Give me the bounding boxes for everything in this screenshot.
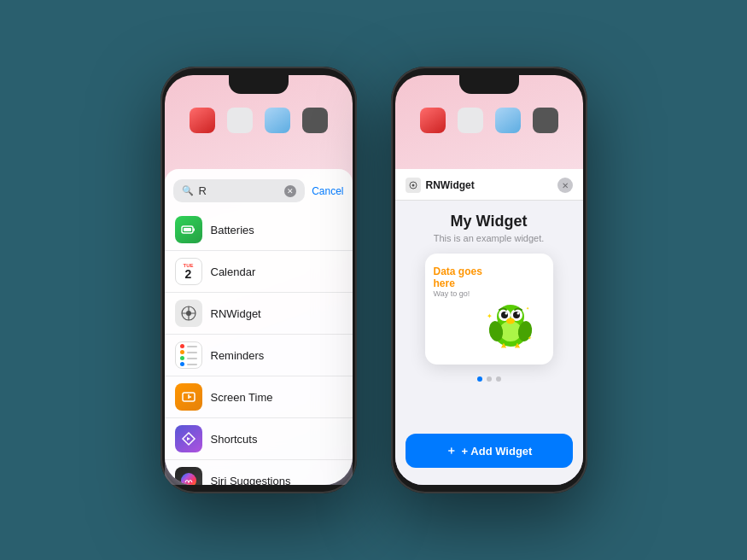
search-clear-button[interactable]: ✕ <box>284 185 296 197</box>
siri-label: Siri Suggestions <box>211 475 291 486</box>
add-widget-label: + Add Widget <box>462 445 533 458</box>
widget-panel: RNWidget ✕ My Widget This is an example … <box>395 169 583 485</box>
owl-illustration: ✦ ✦ ✦ <box>485 301 545 353</box>
widget-card-content: Data goeshere Way to go! <box>425 257 553 362</box>
right-home-icon-4 <box>533 108 558 133</box>
batteries-icon <box>175 216 202 243</box>
svg-point-12 <box>411 184 414 187</box>
list-item[interactable]: RNWidget <box>165 293 353 335</box>
right-home-icon-2 <box>458 108 483 133</box>
right-home-icon-3 <box>495 108 521 133</box>
dot-2 <box>487 376 492 382</box>
list-item[interactable]: Siri Suggestions <box>165 460 353 485</box>
screentime-icon <box>175 383 202 411</box>
search-field[interactable]: 🔍 R ✕ <box>173 179 306 202</box>
widget-heading: My Widget <box>451 213 528 230</box>
notch-right <box>459 75 519 94</box>
screentime-label: Screen Time <box>211 391 273 404</box>
search-sheet: 🔍 R ✕ Cancel <box>165 169 353 485</box>
batteries-label: Batteries <box>211 224 254 236</box>
siri-icon <box>175 467 202 485</box>
widget-close-button[interactable]: ✕ <box>557 178 573 193</box>
svg-text:✦: ✦ <box>528 335 532 341</box>
widget-data-label: Data goeshere <box>434 265 482 290</box>
rnwidget-icon <box>175 300 202 327</box>
dot-1 <box>477 376 482 382</box>
add-widget-icon: ＋ <box>446 443 457 458</box>
right-phone-screen: RNWidget ✕ My Widget This is an example … <box>395 75 583 485</box>
right-home-icon-1 <box>420 108 446 133</box>
shortcuts-icon <box>175 425 202 452</box>
calendar-date: 2 <box>185 268 192 280</box>
home-icon-3 <box>265 108 290 133</box>
svg-rect-2 <box>184 228 191 231</box>
phones-container: 🔍 R ✕ Cancel <box>160 67 587 493</box>
widget-preview-card: Data goeshere Way to go! <box>425 254 553 365</box>
notch-left <box>229 75 289 94</box>
dot-3 <box>496 376 501 382</box>
home-icon-4 <box>302 108 328 133</box>
list-item[interactable]: Reminders <box>165 335 353 376</box>
left-phone-bg: 🔍 R ✕ Cancel <box>165 75 353 485</box>
svg-text:✦: ✦ <box>526 306 529 311</box>
list-item[interactable]: TUE 2 Calendar <box>165 251 353 293</box>
widget-way-label: Way to go! <box>434 289 470 298</box>
svg-rect-1 <box>193 229 195 231</box>
search-input-value[interactable]: R <box>199 184 280 197</box>
reminders-label: Reminders <box>211 349 265 362</box>
svg-point-22 <box>506 318 515 324</box>
shortcuts-label: Shortcuts <box>211 433 258 446</box>
app-list: Batteries TUE 2 Calendar <box>165 209 353 485</box>
list-item[interactable]: Batteries <box>165 209 353 251</box>
search-icon: 🔍 <box>182 185 194 196</box>
list-item[interactable]: Shortcuts <box>165 418 353 460</box>
page-dots <box>477 376 501 382</box>
widget-panel-title: RNWidget <box>426 179 475 191</box>
reminders-icon <box>175 341 202 369</box>
search-bar-row: 🔍 R ✕ Cancel <box>165 169 353 209</box>
widget-header-left: RNWidget <box>406 178 475 193</box>
rnwidget-label: RNWidget <box>211 307 261 320</box>
cancel-button[interactable]: Cancel <box>312 185 343 197</box>
left-phone: 🔍 R ✕ Cancel <box>160 67 357 493</box>
left-phone-screen: 🔍 R ✕ Cancel <box>165 75 353 485</box>
widget-small-icon <box>406 178 421 193</box>
right-phone-bg: RNWidget ✕ My Widget This is an example … <box>395 75 583 485</box>
svg-point-20 <box>505 312 507 315</box>
calendar-label: Calendar <box>211 265 256 278</box>
add-widget-button[interactable]: ＋ + Add Widget <box>406 434 573 468</box>
home-icon-2 <box>227 108 253 133</box>
svg-text:✦: ✦ <box>487 312 493 320</box>
calendar-icon: TUE 2 <box>175 258 202 285</box>
list-item[interactable]: Screen Time <box>165 376 353 418</box>
svg-point-21 <box>516 312 519 315</box>
right-phone: RNWidget ✕ My Widget This is an example … <box>391 67 587 493</box>
widget-subtitle: This is an example widget. <box>434 233 545 243</box>
widget-panel-header: RNWidget ✕ <box>395 169 583 201</box>
home-icon-1 <box>190 108 215 133</box>
widget-body: My Widget This is an example widget. Dat… <box>395 201 583 394</box>
